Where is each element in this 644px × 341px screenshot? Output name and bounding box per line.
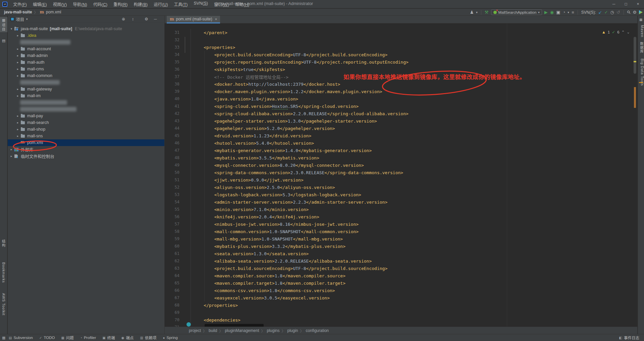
stripe-tab-favorites[interactable]: ▤ bbox=[0, 39, 7, 43]
stripe-tab-aws-toolkit[interactable]: AWS Toolkit bbox=[0, 293, 7, 316]
close-icon[interactable]: × bbox=[632, 0, 644, 8]
xml-breadcrumb-configuration[interactable]: configuration bbox=[306, 328, 329, 333]
search-everywhere-icon[interactable]: ⚲ bbox=[626, 9, 632, 15]
tree-row-mall-auth[interactable]: ▸mall-auth bbox=[8, 59, 164, 66]
gutter-fold-column[interactable] bbox=[179, 287, 191, 294]
menu-item-4[interactable]: 代码(C) bbox=[90, 0, 110, 8]
tree-chevron-icon[interactable]: ▸ bbox=[15, 134, 20, 138]
profiler-button[interactable]: ◔ bbox=[562, 10, 565, 15]
gutter-fold-column[interactable] bbox=[179, 191, 191, 198]
tree-chevron-icon[interactable]: ▾ bbox=[9, 27, 14, 30]
inspections-widget[interactable]: ▲ 1 ✓ 6 ⌃ ⌄ bbox=[602, 30, 630, 35]
tree-row-mall-cms[interactable]: ▸mall-cms bbox=[8, 66, 164, 72]
gutter-fold-column[interactable] bbox=[179, 110, 191, 117]
gutter-fold-column[interactable] bbox=[179, 125, 191, 132]
chevron-down-icon[interactable]: ▾ bbox=[568, 11, 569, 14]
gutter-fold-column[interactable] bbox=[179, 184, 191, 191]
menu-item-3[interactable]: 导航(N) bbox=[70, 0, 90, 8]
debug-button[interactable]: ◉ bbox=[550, 10, 554, 15]
tree-row-redacted[interactable] bbox=[8, 99, 164, 106]
gutter-fold-column[interactable] bbox=[179, 294, 191, 301]
stripe-tab-structure[interactable]: 结构 bbox=[0, 240, 7, 247]
toolwindow-button-Subversion[interactable]: ▤Subversion bbox=[9, 335, 33, 340]
gutter-fold-column[interactable] bbox=[179, 103, 191, 110]
gutter-fold-column[interactable] bbox=[179, 228, 191, 235]
gutter-fold-column[interactable] bbox=[179, 66, 191, 73]
gutter-fold-column[interactable] bbox=[179, 265, 191, 272]
gutter-fold-column[interactable] bbox=[179, 117, 191, 125]
gutter-fold-column[interactable] bbox=[179, 169, 191, 176]
menu-item-0[interactable]: 文件(F) bbox=[10, 0, 30, 8]
status-dot-icon[interactable] bbox=[186, 322, 191, 327]
tree-chevron-icon[interactable]: ▸ bbox=[15, 114, 20, 118]
toolwindow-button-Spring[interactable]: ●Spring bbox=[163, 335, 177, 340]
gutter-fold-column[interactable] bbox=[179, 272, 191, 279]
tree-row-.idea[interactable]: ▸.idea bbox=[8, 32, 164, 39]
tree-row-mall-im[interactable]: ▸mall-im bbox=[8, 92, 164, 99]
svn-update-icon[interactable]: ↙ bbox=[598, 10, 602, 15]
tree-row-mall-pay[interactable]: ▸mall-pay bbox=[8, 113, 164, 119]
xml-breadcrumb-plugins[interactable]: plugins bbox=[267, 328, 279, 333]
menu-item-8[interactable]: 工具(T) bbox=[171, 0, 191, 8]
gutter-fold-column[interactable] bbox=[179, 139, 191, 147]
tree-chevron-icon[interactable]: ▸ bbox=[15, 61, 20, 64]
gutter-fold-column[interactable] bbox=[179, 88, 191, 95]
xml-breadcrumb-project[interactable]: project bbox=[189, 328, 201, 333]
gutter-fold-column[interactable] bbox=[179, 154, 191, 161]
menu-item-1[interactable]: 编辑(E) bbox=[30, 0, 50, 8]
gutter-fold-column[interactable] bbox=[179, 147, 191, 154]
tree-chevron-icon[interactable]: ▸ bbox=[15, 34, 20, 37]
ide-features-icon[interactable] bbox=[639, 10, 643, 14]
tree-chevron-icon[interactable]: ▸ bbox=[9, 148, 14, 151]
gutter-fold-column[interactable] bbox=[179, 51, 191, 58]
run-button[interactable]: ▶ bbox=[544, 10, 548, 15]
gutter-fold-column[interactable] bbox=[179, 198, 191, 206]
gutter-fold-column[interactable] bbox=[179, 36, 191, 44]
gutter-fold-column[interactable] bbox=[179, 73, 191, 80]
gutter-fold-column[interactable] bbox=[179, 29, 191, 36]
toolwindow-button-端点[interactable]: ◉端点 bbox=[121, 335, 134, 340]
toolwindow-button-依赖项[interactable]: ▥依赖项 bbox=[140, 335, 157, 340]
menu-item-2[interactable]: 视图(V) bbox=[50, 0, 70, 8]
svn-commit-icon[interactable]: ✓ bbox=[604, 10, 608, 15]
scrollbar-thumb[interactable] bbox=[634, 37, 636, 74]
minimize-icon[interactable]: ─ bbox=[608, 0, 620, 8]
breadcrumb-project[interactable]: java-mall-suite bbox=[4, 10, 32, 14]
menu-item-6[interactable]: 构建(B) bbox=[130, 0, 151, 8]
history-icon[interactable]: ◷ bbox=[610, 10, 614, 15]
gutter-fold-column[interactable] bbox=[179, 161, 191, 169]
tree-chevron-icon[interactable]: ▸ bbox=[15, 74, 20, 77]
next-problem-icon[interactable]: ⌄ bbox=[627, 30, 630, 35]
menu-item-7[interactable]: 运行(U) bbox=[151, 0, 171, 8]
settings-gear-icon[interactable]: ⚙ bbox=[633, 10, 637, 15]
tree-row-redacted[interactable] bbox=[8, 79, 164, 86]
coverage-button[interactable]: ▣ bbox=[556, 10, 560, 15]
tree-row-临时文件和控制台[interactable]: ▸临时文件和控制台 bbox=[8, 153, 164, 159]
gutter-fold-column[interactable] bbox=[179, 213, 191, 220]
tree-chevron-icon[interactable]: ▸ bbox=[9, 154, 14, 158]
tree-row-外部库[interactable]: ▸外部库 bbox=[8, 146, 164, 153]
tool-windows-corner-icon[interactable]: ▦ bbox=[2, 336, 5, 340]
gutter-fold-column[interactable] bbox=[179, 279, 191, 287]
gutter-fold-column[interactable] bbox=[179, 220, 191, 228]
editor-scrollbar[interactable] bbox=[633, 23, 637, 327]
hide-panel-icon[interactable]: ─ bbox=[154, 17, 157, 21]
tree-row-mall-account[interactable]: ▸mall-account bbox=[8, 46, 164, 52]
tab-pom-xml[interactable]: m pom.xml (mall-suite) × bbox=[167, 16, 220, 23]
user-icon[interactable]: ♟ bbox=[470, 10, 474, 15]
collapse-all-icon[interactable]: ↕ bbox=[132, 17, 134, 21]
code-editor[interactable]: 31 </parent>3233 <properties>34 <project… bbox=[165, 23, 633, 327]
breadcrumb-file[interactable]: pom.xml bbox=[46, 10, 61, 14]
tree-row-mall-gateway[interactable]: ▸mall-gateway bbox=[8, 86, 164, 92]
tree-row-mall-admin[interactable]: ▸mall-admin bbox=[8, 52, 164, 59]
gutter-fold-column[interactable] bbox=[179, 95, 191, 103]
stripe-tab-maven[interactable]: Maven bbox=[638, 25, 644, 38]
menu-item-5[interactable]: 重构(R) bbox=[110, 0, 130, 8]
project-panel-title[interactable]: 项目 bbox=[16, 16, 24, 22]
tree-row-mall-common[interactable]: ▸mall-common bbox=[8, 72, 164, 79]
toolwindow-button-终端[interactable]: ▣终端 bbox=[102, 335, 115, 340]
gutter-fold-column[interactable] bbox=[179, 44, 191, 51]
gutter-fold-column[interactable] bbox=[179, 243, 191, 250]
tree-row-mall-search[interactable]: ▸mall-search bbox=[8, 119, 164, 126]
revert-icon[interactable]: ↺ bbox=[616, 10, 620, 15]
